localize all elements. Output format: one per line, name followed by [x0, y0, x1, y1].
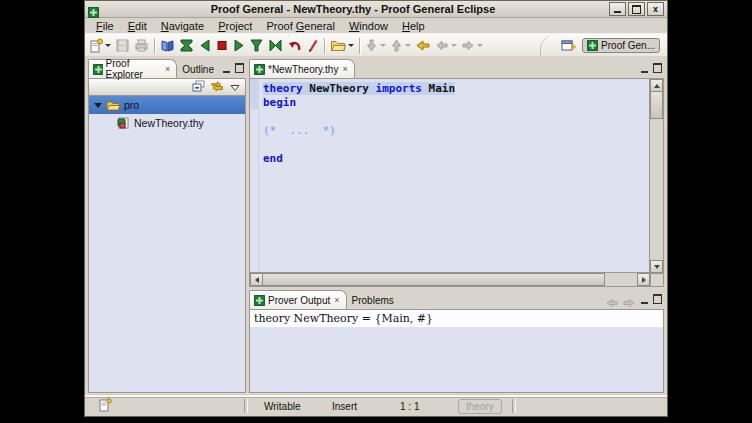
editor-tab-row: *NewTheory.thy × [249, 58, 664, 78]
last-edit-location-button[interactable] [413, 36, 433, 56]
menu-navigate[interactable]: Navigate [154, 20, 211, 32]
tab-problems[interactable]: Problems [347, 290, 401, 309]
tab-close-icon[interactable]: × [333, 296, 339, 305]
output-back-icon [605, 298, 619, 308]
editor-vertical-scrollbar[interactable] [649, 79, 663, 273]
prover-state-button[interactable]: theory [458, 399, 502, 414]
menu-project[interactable]: Project [211, 20, 259, 32]
title-bar[interactable]: Proof General - NewTheory.thy - Proof Ge… [85, 1, 667, 18]
editor-view: *NewTheory.thy × theory NewTheory import… [249, 58, 664, 287]
code-line[interactable]: end [263, 152, 650, 166]
code-line[interactable]: (* ... *) [263, 124, 650, 138]
tab-close-icon[interactable]: × [341, 65, 347, 74]
menu-proof-general[interactable]: Proof General [259, 20, 342, 32]
view-menu-icon [230, 84, 240, 92]
open-folder-icon [106, 99, 120, 111]
open-book-icon [160, 38, 175, 53]
minimize-icon [614, 11, 621, 13]
tab-close-icon[interactable]: × [164, 65, 170, 74]
output-back-button[interactable] [605, 294, 619, 304]
code-line[interactable]: theory NewTheory imports Main [263, 82, 650, 96]
tab-newtheory-editor[interactable]: *NewTheory.thy × [249, 59, 355, 78]
maximize-icon [632, 5, 641, 14]
explorer-tab-row: Proof Explorer × Outline [88, 58, 246, 78]
tree-item-label: NewTheory.thy [134, 117, 204, 129]
collapse-all-button[interactable] [192, 78, 205, 96]
tree-item-label: pro [124, 99, 139, 111]
proof-general-perspective-button[interactable]: Proof Gen... [582, 38, 660, 53]
process-to-end-button[interactable] [266, 36, 285, 56]
editor-text-area[interactable]: theory NewTheory imports Mainbegin(* ...… [250, 79, 650, 273]
forward-button[interactable] [459, 36, 485, 56]
tab-outline[interactable]: Outline [177, 59, 221, 78]
annotation-ruler[interactable] [250, 79, 259, 273]
tab-proof-explorer[interactable]: Proof Explorer × [88, 59, 177, 78]
next-annotation-button[interactable] [363, 36, 388, 56]
back-arrow-icon [435, 38, 449, 53]
link-with-editor-button[interactable] [211, 78, 224, 96]
horizontal-scroll-thumb[interactable] [262, 273, 605, 286]
minimize-view-button[interactable] [221, 64, 231, 73]
code-token: end [263, 152, 283, 165]
window-title: Proof General - NewTheory.thy - Proof Ge… [99, 3, 607, 15]
pen-button[interactable] [304, 36, 321, 56]
workbench: Proof Explorer × Outline [85, 56, 667, 396]
scroll-down-button[interactable] [650, 260, 663, 273]
minimize-view-button[interactable] [639, 295, 649, 304]
prover-output-line[interactable]: theory NewTheory = {Main, #} [250, 310, 663, 328]
tree-item-pro[interactable]: pro [89, 96, 245, 114]
proof-explorer-icon [93, 64, 103, 75]
vertical-scroll-thumb[interactable] [650, 91, 663, 119]
code-line[interactable]: begin [263, 96, 650, 110]
maximize-view-button[interactable] [652, 64, 662, 73]
explorer-minmax [221, 64, 246, 78]
minimize-view-button[interactable] [639, 64, 649, 73]
tab-label: *NewTheory.thy [268, 64, 338, 75]
maximize-view-icon [235, 63, 244, 73]
toolbar-separator [154, 38, 155, 54]
open-perspective-button[interactable] [559, 36, 578, 56]
new-wizard-button[interactable] [88, 36, 113, 56]
retract-button[interactable] [285, 36, 304, 56]
tree-item-newtheory[interactable]: NewTheory.thy [89, 114, 245, 132]
editor-code[interactable]: theory NewTheory imports Mainbegin(* ...… [259, 79, 650, 273]
next-annotation-icon [365, 38, 378, 53]
menu-help[interactable]: Help [395, 20, 432, 32]
open-file-button[interactable] [328, 36, 356, 56]
editor-horizontal-scrollbar[interactable] [250, 272, 650, 286]
activate-prover-button[interactable] [177, 36, 196, 56]
expand-twistie-icon[interactable] [94, 103, 102, 108]
open-definition-button[interactable] [158, 36, 177, 56]
close-button[interactable]: x [647, 2, 664, 16]
open-file-dropdown-caret [348, 44, 354, 47]
stop-icon [215, 38, 228, 53]
previous-annotation-button[interactable] [388, 36, 413, 56]
minimize-view-icon [223, 68, 230, 73]
print-button[interactable] [132, 36, 151, 56]
interrupt-button[interactable] [213, 36, 230, 56]
toolbar-separator [359, 38, 360, 54]
step-back-icon [198, 38, 211, 53]
code-token: theory [263, 82, 303, 95]
undo-step-button[interactable] [196, 36, 213, 56]
folder-icon [330, 38, 346, 53]
view-menu-button[interactable] [230, 78, 240, 96]
maximize-view-button[interactable] [652, 295, 662, 304]
next-step-button[interactable] [230, 36, 247, 56]
maximize-button[interactable] [628, 2, 645, 16]
code-line[interactable] [263, 138, 650, 152]
scroll-right-button[interactable] [637, 273, 650, 286]
menu-edit[interactable]: Edit [121, 20, 154, 32]
explorer-tree: pro NewTheory.thy [88, 95, 246, 393]
code-line[interactable] [263, 110, 650, 124]
output-forward-button[interactable] [622, 294, 636, 304]
menu-file[interactable]: File [89, 20, 121, 32]
save-button[interactable] [113, 36, 132, 56]
maximize-view-button[interactable] [234, 64, 244, 73]
back-button[interactable] [433, 36, 459, 56]
code-token: (* ... *) [263, 124, 336, 137]
minimize-button[interactable] [609, 2, 626, 16]
tab-prover-output[interactable]: Prover Output × [249, 290, 347, 309]
goto-cursor-button[interactable] [247, 36, 266, 56]
menu-window[interactable]: Window [342, 20, 395, 32]
